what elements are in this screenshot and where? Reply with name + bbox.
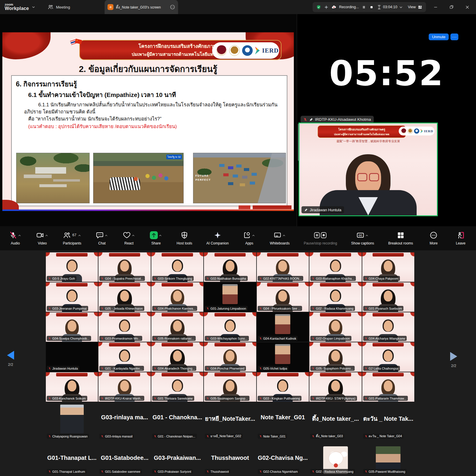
participant-tile[interactable]: G03-Prakaiwan...G03-Prakaiwan Suriyont [151, 445, 203, 476]
minimize-button[interactable] [429, 0, 442, 14]
main-area: โครงการฝึกอบรมเสริมสร้างศักยภาพครู บ่มเพ… [0, 14, 476, 226]
chevron-up-icon[interactable] [252, 231, 255, 237]
muted-mic-icon [303, 118, 307, 122]
participant-tile[interactable]: G03-Sirikorn Thongluang [151, 252, 203, 282]
meeting-timer[interactable]: 03:04:10 [377, 5, 403, 10]
tab-meeting[interactable]: Meeting [40, 0, 78, 14]
participant-tile[interactable]: G02-Natthakan Bunsupha [204, 252, 256, 282]
presentation-slide: โครงการฝึกอบรมเสริมสร้างศักยภาพครู บ่มเพ… [2, 32, 294, 211]
chevron-up-icon[interactable] [78, 231, 81, 237]
participant-tile[interactable]: G04-Suwipa Chomphoob... [46, 312, 98, 342]
participant-tile[interactable]: G04-Phatchanon Kaeowa... [151, 282, 203, 312]
participant-tile[interactable]: G01 - Chanokna...G01 - Chanoknan Noipan.… [151, 405, 203, 442]
participant-tile[interactable]: G05-Pawaret Mudthaisong [362, 445, 414, 476]
toolbar-captions-button[interactable]: CCShow captions [351, 231, 374, 245]
security-shield-icon[interactable] [316, 5, 321, 10]
participant-tile[interactable]: G01-Satabodee...G01-Satabodee saenmee [98, 445, 150, 476]
chevron-up-icon[interactable] [45, 231, 48, 237]
gallery-next-page[interactable]: 2/2 [445, 352, 462, 368]
participant-tile[interactable]: G03 - Kingkan Putthawong [257, 372, 309, 402]
toolbar-audio-button[interactable]: Audio [9, 231, 22, 245]
toolbar-whiteboards-button[interactable]: Whiteboards [270, 231, 289, 245]
toolbar-ai-companion-button[interactable]: AI Companion [206, 231, 229, 245]
participant-tile[interactable]: G05- Supaphorn Polsano... [309, 342, 361, 372]
toolbar-leave-button[interactable]: Leave [454, 231, 467, 245]
ai-sparkle-icon[interactable] [324, 5, 329, 10]
participant-tile[interactable]: G01 Thirisara Sareekaew [151, 372, 203, 402]
participant-tile[interactable]: G05 - Jetsada Khiewchaion [98, 282, 150, 312]
participant-tile[interactable]: IRDTP-KKU-Krairat Manh... [98, 372, 150, 402]
participant-tile[interactable]: G02 - Radasa Khammuang [309, 282, 361, 312]
view-button[interactable]: View [406, 5, 423, 10]
chevron-up-icon[interactable] [131, 231, 135, 237]
chevron-up-icon[interactable] [18, 231, 21, 237]
chevron-down-icon[interactable] [31, 5, 36, 9]
chevron-down-icon[interactable] [398, 5, 403, 10]
participant-tile[interactable]: IRDTP-KKU- STAFF(Apinya) [309, 372, 361, 402]
toolbar-participants-button[interactable]: 67Participants [63, 231, 81, 245]
chevron-up-icon[interactable] [282, 231, 286, 237]
toolbar-host-tools-button[interactable]: Host tools [177, 231, 192, 245]
participant-tile[interactable]: G03-Rattanaphon Khacha... [309, 252, 361, 282]
hourglass-icon [377, 5, 382, 10]
toolbar-apps-button[interactable]: Apps [243, 231, 256, 245]
participant-tile[interactable]: ThusshawootThusshawoot [204, 445, 256, 476]
participant-name-badge: G03 - Kingkan Putthawong [258, 396, 302, 401]
toolbar-record-button[interactable]: Pause/stop recording [304, 231, 337, 245]
participant-tile[interactable]: G03-Promwolramon Wo... [98, 312, 150, 342]
toolbar-breakout-button[interactable]: Breakout rooms [388, 231, 413, 245]
participant-tile[interactable]: G03-Witchayaphon Suno... [204, 312, 256, 342]
participant-tile[interactable]: G05-Vichet Iudpa [257, 342, 309, 372]
active-speaker-video[interactable]: โครงการฝึกอบรมเสริมสร้างศักยภาพครู บ่มเพ… [299, 123, 438, 216]
stop-recording-icon[interactable] [369, 5, 374, 10]
chevron-up-icon[interactable] [104, 231, 108, 237]
participant-tile[interactable]: ตึ้ง_Note taker_...ตึ้ง_Note taker_G03 [309, 405, 361, 442]
participant-tile[interactable]: G02-KRITTAPHAS BOON... [257, 252, 309, 282]
close-button[interactable] [461, 0, 474, 14]
participant-tile[interactable]: G04 - Phrueksakorn See ... [257, 282, 309, 312]
arrow-right-icon[interactable] [450, 352, 457, 361]
unmute-button[interactable]: Unmute [429, 33, 449, 40]
participant-tile[interactable]: ตะวัน _ Note Tak...ตะวัน _ Note Taker_G0… [362, 405, 414, 442]
restore-button[interactable] [445, 0, 458, 14]
participant-tile[interactable]: G01-Jaturong Limpaiboon [204, 282, 256, 312]
tab-shared-screen[interactable]: ค ตึ้ง_Note taker_G03's screen [105, 0, 178, 14]
participant-tile[interactable]: G05-Sasimaporn Sangop... [204, 372, 256, 402]
arrow-left-icon[interactable] [7, 351, 14, 360]
participant-tile[interactable]: G01 - Kanlayada Ngaobo... [98, 342, 150, 372]
participant-tile[interactable]: G02-Chavisa Ng...G02-Chavisa Ngamkham [257, 445, 309, 476]
toolbar-video-button[interactable]: Video [36, 231, 49, 245]
chevron-up-icon[interactable] [365, 231, 369, 237]
participant-tile[interactable]: ยาหยี_NoteTaker...ยาหยี_NoteTaker_G02 [204, 405, 256, 442]
participant-tile[interactable]: G01-Pattararin Thammaw... [362, 372, 414, 402]
participant-tile[interactable]: G04-Chaya Pakpoom [362, 252, 414, 282]
participant-tile[interactable]: G03-rinlaya ma...G03-rinlaya manasil [98, 405, 150, 442]
participant-tile[interactable]: G05-Ronnakorn rattanac... [151, 312, 203, 342]
participant-tile[interactable]: G02-Orapan Limpaiboon [309, 312, 361, 342]
participant-tile[interactable]: G01-Thanapat L...G01-Thanapat Laothum [46, 445, 98, 476]
toolbar-more-button[interactable]: More [427, 231, 440, 245]
participant-tile[interactable]: G0-5 Jirayu Goh [46, 252, 98, 282]
participant-tile[interactable]: G04-Atchariya Wiangkaew [362, 312, 414, 342]
pause-recording-icon[interactable] [361, 5, 366, 10]
tab-more-icon[interactable] [170, 4, 175, 10]
participant-tile[interactable]: G03-Kanchanok Soikum [46, 372, 98, 402]
participant-tile[interactable]: G02 - Radasa Khammuang [309, 445, 361, 476]
participant-tile[interactable]: G2 Lalita Chaihongsa [362, 342, 414, 372]
participant-tile[interactable]: Chaiyapong Ruangsuwan [46, 405, 98, 442]
participant-tile[interactable]: Jiradawan Huntula [46, 342, 98, 372]
toolbar-chat-button[interactable]: Chat [95, 231, 108, 245]
more-options-button[interactable]: ··· [450, 33, 458, 40]
toolbar-react-button[interactable]: React [123, 231, 135, 245]
participant-tile[interactable]: G04-Kantachart Kudnok [257, 312, 309, 342]
chevron-up-icon[interactable] [158, 231, 162, 237]
participant-tile[interactable]: G03-Jeeranan Pumpimai [46, 282, 98, 312]
participant-tile[interactable]: G04 - Supatra Preechasat... [98, 252, 150, 282]
shield-icon [180, 231, 188, 239]
participant-tile[interactable]: G01-Piyanuch Suebsom [362, 282, 414, 312]
toolbar-share-button[interactable]: Share [150, 231, 162, 245]
participant-tile[interactable]: G04-Ponchai Phanwised [204, 342, 256, 372]
gallery-prev-page[interactable]: 2/2 [2, 351, 19, 367]
participant-tile[interactable]: G04-Akaradech Thongng... [151, 342, 203, 372]
participant-tile[interactable]: Note Taker_G01Note Taker_G01 [257, 405, 309, 442]
